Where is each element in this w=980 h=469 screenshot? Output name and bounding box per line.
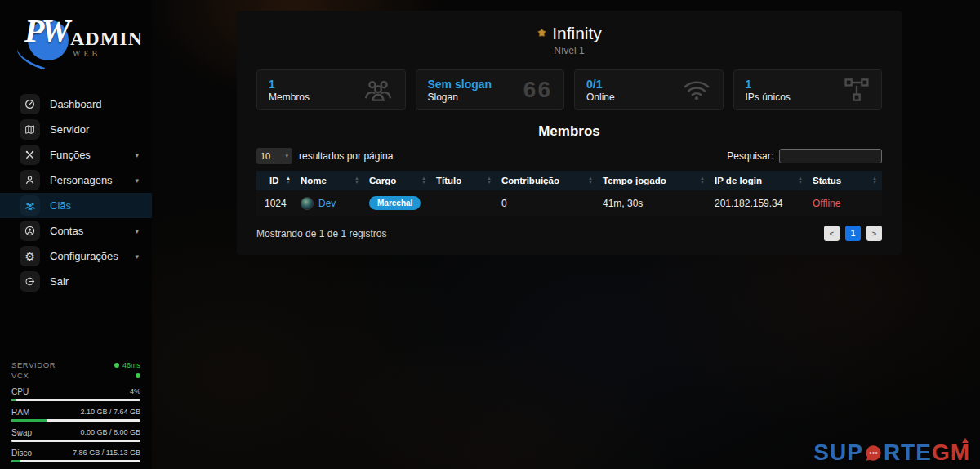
per-page-value: 10 [261, 151, 270, 161]
pagination-page-1-button[interactable]: 1 [845, 226, 861, 241]
table-footer: Mostrando de 1 de 1 registros < 1 > [256, 226, 882, 241]
pagination-next-button[interactable]: > [866, 226, 882, 241]
clan-emblem-icon [537, 29, 547, 39]
watermark-sup: SUP [813, 440, 863, 466]
cell-ip-login: 201.182.159.34 [710, 190, 808, 216]
sidebar-item-label: Personagens [50, 174, 113, 186]
cell-titulo [431, 190, 497, 216]
vcx-row: VCX [11, 370, 140, 381]
chevron-down-icon: ▾ [285, 153, 288, 159]
meter-label: RAM [11, 408, 29, 417]
sort-icon: ▲▼ [351, 176, 359, 185]
column-header-titulo[interactable]: Título▲▼ [431, 171, 497, 190]
tools-icon [20, 145, 40, 165]
sidebar-item-label: Funções [50, 149, 91, 161]
cpu-meter: CPU 4% [11, 387, 140, 401]
sidebar-item-dashboard[interactable]: Dashboard [0, 92, 152, 117]
logo-web-text: WEB [73, 49, 100, 58]
column-header-tempo-jogado[interactable]: Tempo jogado▲▼ [598, 171, 710, 190]
watermark-rte: RTE [884, 440, 932, 466]
cargo-badge: Marechal [369, 196, 421, 210]
meter-value: 4% [130, 387, 140, 396]
members-section-title: Membros [256, 123, 882, 140]
sidebar-item-servidor[interactable]: Servidor [0, 117, 152, 142]
gear-icon: ⚙ [20, 246, 40, 266]
server-ping-row: SERVIDOR 46ms [11, 360, 140, 370]
sort-icon: ▲▼ [483, 176, 492, 185]
swap-meter: Swap 0.00 GB / 8.00 GB [11, 428, 140, 442]
chevron-down-icon: ▾ [135, 252, 139, 261]
sort-icon: ▲▼ [418, 176, 426, 185]
disk-meter: Disco 7.86 GB / 115.13 GB [11, 449, 140, 462]
suportegm-watermark: SUP RTE GM [813, 440, 970, 466]
cell-id: 1024 [256, 190, 296, 216]
progress-bar [11, 460, 140, 462]
server-label: SERVIDOR [11, 360, 56, 369]
cell-contribuicao: 0 [497, 190, 598, 216]
clan-level: Nível 1 [256, 45, 882, 56]
sidebar-item-funcoes[interactable]: Funções ▾ [0, 142, 152, 168]
clan-name: Infinity [552, 24, 602, 43]
quote-icon: 66 [523, 78, 552, 101]
people-icon [20, 195, 40, 216]
clan-header: Infinity Nível 1 [256, 24, 882, 56]
clan-detail-card: Infinity Nível 1 1 Membros Sem slogan Sl… [237, 11, 902, 255]
map-icon [20, 119, 40, 140]
logo-admin-text: ADMIN [70, 28, 143, 50]
table-header-row: ID▲▼ Nome▲▼ Cargo▲▼ Título▲▼ Contribuiçã… [256, 171, 882, 190]
column-header-ip-login[interactable]: IP de login▲▼ [710, 171, 808, 190]
sort-icon: ▲▼ [283, 176, 291, 185]
page-title: Infinity [537, 24, 602, 43]
member-name-link[interactable]: Dev [318, 198, 336, 209]
meter-label: Swap [11, 428, 32, 437]
progress-bar [11, 399, 140, 401]
table-controls: 10 ▾ resultados por página Pesquisar: [256, 148, 882, 164]
pagination-prev-button[interactable]: < [824, 226, 840, 241]
status-dot-icon [136, 373, 140, 378]
cell-tempo-jogado: 41m, 30s [598, 190, 710, 216]
column-header-status[interactable]: Status▲▼ [808, 171, 882, 190]
sidebar-item-configuracoes[interactable]: ⚙ Configurações ▾ [0, 243, 152, 269]
members-table: ID▲▼ Nome▲▼ Cargo▲▼ Título▲▼ Contribuiçã… [256, 171, 882, 216]
sidebar-item-personagens[interactable]: Personagens ▾ [0, 168, 152, 193]
column-header-contribuicao[interactable]: Contribuição▲▼ [497, 171, 598, 190]
per-page-select[interactable]: 10 ▾ [256, 148, 292, 164]
crown-icon [962, 435, 969, 443]
stat-card-online: 0/1 Online [574, 69, 724, 110]
column-header-cargo[interactable]: Cargo▲▼ [364, 171, 431, 190]
person-circle-icon [20, 221, 40, 241]
column-header-nome[interactable]: Nome▲▼ [296, 171, 364, 190]
stat-cards-row: 1 Membros Sem slogan Slogan 66 0/1 Onlin… [256, 69, 882, 110]
people-group-icon [363, 78, 394, 102]
stat-label: Online [586, 92, 615, 103]
stat-value: Sem slogan [428, 78, 492, 91]
sidebar-item-clas[interactable]: Clãs [0, 193, 152, 218]
stat-value: 0/1 [586, 78, 615, 91]
sort-icon: ▲▼ [697, 176, 705, 185]
progress-bar [11, 440, 140, 442]
search-input[interactable] [779, 149, 882, 163]
ram-meter: RAM 2.10 GB / 7.64 GB [11, 408, 140, 422]
sidebar-item-label: Servidor [50, 123, 89, 136]
logo-pw-monogram: PW [24, 11, 67, 50]
server-ping-value: 46ms [122, 361, 140, 369]
meter-label: Disco [11, 449, 32, 458]
stat-label: Slogan [428, 92, 492, 103]
status-dot-icon [114, 363, 119, 368]
column-header-id[interactable]: ID▲▼ [256, 171, 296, 190]
vcx-label: VCX [11, 371, 29, 380]
server-ping: 46ms [114, 361, 140, 369]
server-stats-panel: SERVIDOR 46ms VCX CPU 4% RAM 2.10 GB / 7… [0, 360, 152, 462]
stat-label: Membros [269, 92, 310, 103]
avatar [301, 197, 314, 210]
per-page-label: resultados por página [299, 150, 393, 162]
table-row: 1024 Dev Marechal 0 41m, 30s 201.182.159… [256, 190, 882, 216]
sort-icon: ▲▼ [795, 176, 803, 185]
sidebar-nav: Dashboard Servidor Funções ▾ Personagens… [0, 92, 152, 294]
sidebar-item-sair[interactable]: Sair [0, 269, 152, 294]
chat-bubble-icon [864, 444, 883, 462]
status-badge: Offline [808, 190, 882, 216]
sidebar-item-label: Contas [50, 225, 83, 237]
sidebar-item-contas[interactable]: Contas ▾ [0, 218, 152, 243]
watermark-gm: GM [932, 440, 970, 466]
